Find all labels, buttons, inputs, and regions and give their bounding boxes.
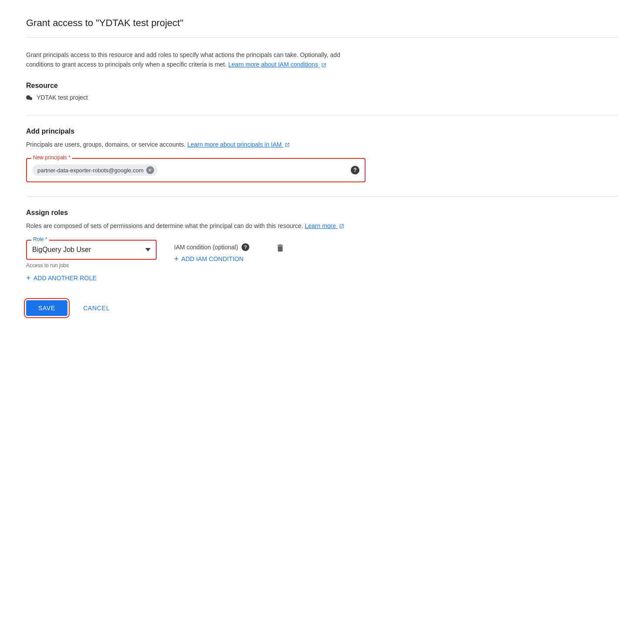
resource-icon	[26, 94, 32, 100]
cancel-button[interactable]: CANCEL	[74, 300, 118, 316]
roles-external-link-icon	[339, 224, 344, 229]
role-selected-value: BigQuery Job User	[32, 246, 91, 254]
iam-condition-label: IAM condition (optional)	[174, 244, 238, 251]
principals-help-icon[interactable]: ?	[351, 166, 359, 174]
chip-remove-button[interactable]: ✕	[146, 166, 154, 174]
actions-row: SAVE CANCEL	[26, 300, 618, 316]
iam-condition-area: IAM condition (optional) ? + ADD IAM CON…	[174, 240, 249, 264]
save-button[interactable]: SAVE	[26, 300, 67, 316]
external-link-icon	[321, 63, 326, 68]
dot-small	[29, 97, 32, 100]
resource-section: Resource YDTAK test project	[26, 82, 618, 101]
resource-name: YDTAK test project	[37, 94, 88, 101]
divider-2	[26, 196, 618, 197]
principals-external-link-icon	[285, 142, 290, 148]
new-principals-input-container[interactable]: New principals * partner-data-exporter-r…	[26, 158, 366, 182]
learn-more-roles-link[interactable]: Learn more	[305, 222, 344, 229]
role-dropdown-container: Role * BigQuery Job User Access to run j…	[26, 240, 157, 268]
assign-roles-section: Assign roles Roles are composed of sets …	[26, 209, 618, 282]
add-another-role-label: ADD ANOTHER ROLE	[34, 275, 97, 282]
role-select[interactable]: BigQuery Job User	[32, 244, 151, 255]
add-principals-title: Add principals	[26, 127, 618, 135]
iam-condition-header: IAM condition (optional) ?	[174, 243, 249, 251]
role-dropdown[interactable]: Role * BigQuery Job User	[26, 240, 157, 260]
role-row: Role * BigQuery Job User Access to run j…	[26, 240, 618, 268]
principal-chip: partner-data-exporter-robots@google.com …	[32, 164, 158, 176]
add-principals-desc: Principals are users, groups, domains, o…	[26, 140, 366, 149]
resource-label: Resource	[26, 82, 618, 90]
add-iam-condition-button[interactable]: + ADD IAM CONDITION	[174, 255, 249, 264]
add-another-role-button[interactable]: + ADD ANOTHER ROLE	[26, 274, 97, 283]
dropdown-arrow-icon	[145, 248, 151, 252]
role-hint: Access to run jobs	[26, 262, 157, 268]
description-text: Grant principals access to this resource…	[26, 50, 366, 70]
assign-roles-desc: Roles are composed of sets of permission…	[26, 221, 366, 231]
new-principals-label: New principals *	[31, 154, 72, 161]
add-principals-section: Add principals Principals are users, gro…	[26, 127, 618, 182]
resource-item: YDTAK test project	[26, 94, 618, 101]
chip-value: partner-data-exporter-robots@google.com	[37, 167, 144, 174]
iam-condition-help-icon[interactable]: ?	[242, 243, 249, 251]
role-label: Role *	[31, 236, 49, 242]
learn-more-principals-link[interactable]: Learn more about principals in IAM	[187, 141, 290, 148]
add-iam-condition-label: ADD IAM CONDITION	[181, 255, 244, 262]
plus-icon: +	[174, 255, 179, 264]
delete-role-icon[interactable]	[275, 240, 285, 254]
assign-roles-title: Assign roles	[26, 209, 618, 217]
learn-more-iam-link[interactable]: Learn more about IAM conditions	[228, 61, 326, 68]
page-title: Grant access to "YDTAK test project"	[26, 17, 618, 38]
divider-1	[26, 115, 618, 115]
add-role-plus-icon: +	[26, 274, 31, 283]
